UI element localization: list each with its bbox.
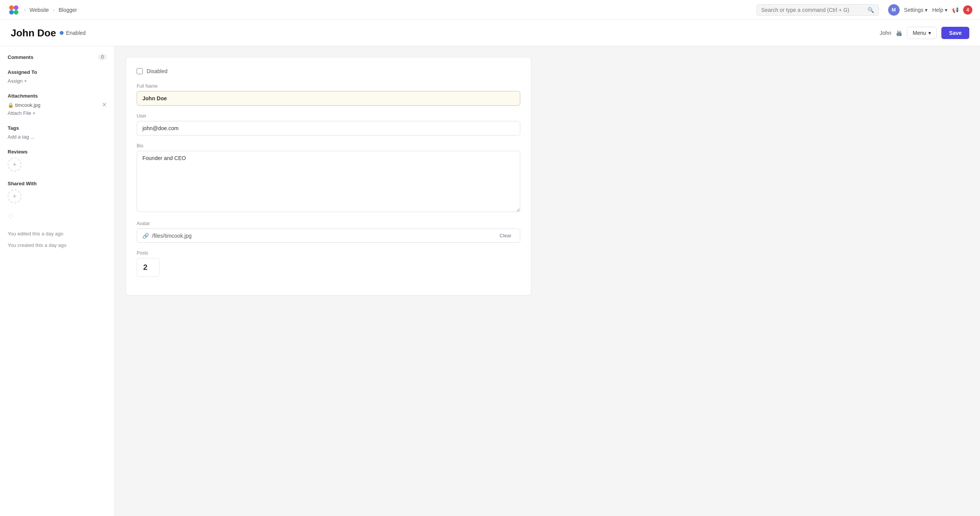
add-review-button[interactable]: +: [8, 158, 21, 171]
bio-field: Bio Founder and CEO: [137, 143, 520, 213]
settings-button[interactable]: Settings ▾: [904, 7, 928, 13]
svg-point-3: [14, 10, 18, 15]
search-input[interactable]: [761, 7, 864, 13]
sidebar-assigned-section: Assigned To Assign +: [8, 69, 107, 84]
full-name-input[interactable]: [137, 91, 520, 106]
sidebar-tags-section: Tags Add a tag ...: [8, 125, 107, 140]
svg-point-2: [9, 10, 14, 15]
page-header: John Doe Enabled John 🖨️ Menu ▾ Save: [0, 20, 980, 46]
disabled-checkbox[interactable]: [137, 68, 143, 74]
user-label: User: [137, 113, 520, 119]
remove-attachment-icon[interactable]: ✕: [102, 102, 107, 108]
status-dot: [60, 31, 64, 35]
sidebar-reviews-section: Reviews +: [8, 149, 107, 171]
bio-textarea[interactable]: Founder and CEO: [137, 151, 520, 212]
tags-label: Tags: [8, 125, 19, 131]
sidebar-activity-section: You edited this a day ago You created th…: [8, 230, 107, 249]
breadcrumb-sep-2: ›: [53, 7, 55, 13]
add-shared-button[interactable]: +: [8, 189, 21, 203]
chevron-down-icon: ▾: [928, 30, 931, 36]
reviews-label: Reviews: [8, 149, 28, 155]
svg-point-0: [9, 5, 14, 10]
user-input[interactable]: [137, 121, 520, 136]
megaphone-icon: 📢: [952, 7, 959, 13]
breadcrumb-website[interactable]: Website: [29, 7, 49, 13]
content-area: Disabled Full Name User Bio Founder and …: [115, 46, 980, 516]
print-icon[interactable]: 🖨️: [896, 30, 902, 36]
avatar-field: Avatar 🔗 /files/timcook.jpg Clear: [137, 221, 520, 243]
comments-count: 0: [98, 54, 107, 60]
attachment-name: 🔒 timcook.jpg: [8, 102, 40, 108]
activity-edited: You edited this a day ago: [8, 230, 107, 238]
attach-file-link[interactable]: Attach File +: [8, 110, 107, 116]
add-tag-link[interactable]: Add a tag ...: [8, 134, 107, 140]
search-bar[interactable]: 🔍: [756, 4, 879, 16]
posts-field: Posts 2: [137, 250, 520, 277]
posts-label: Posts: [137, 250, 520, 256]
status-label: Enabled: [66, 30, 85, 36]
search-icon: 🔍: [867, 7, 874, 13]
svg-point-1: [14, 5, 18, 10]
posts-count: 2: [137, 258, 160, 277]
main-layout: Comments 0 Assigned To Assign + Attachme…: [0, 46, 980, 516]
save-button[interactable]: Save: [941, 27, 969, 39]
breadcrumb-blogger[interactable]: Blogger: [59, 7, 77, 13]
sidebar-shared-section: Shared With +: [8, 181, 107, 203]
sidebar-attachments-section: Attachments 🔒 timcook.jpg ✕ Attach File …: [8, 93, 107, 116]
full-name-label: Full Name: [137, 83, 520, 89]
full-name-field: Full Name: [137, 83, 520, 106]
assigned-to-label: Assigned To: [8, 69, 37, 75]
page-actions: John 🖨️ Menu ▾ Save: [880, 27, 969, 39]
top-nav: › Website › Blogger 🔍 M Settings ▾ Help …: [0, 0, 980, 20]
avatar-label: Avatar: [137, 221, 520, 226]
help-button[interactable]: Help ▾: [932, 7, 947, 13]
breadcrumb-sep-1: ›: [24, 7, 26, 13]
attachments-label: Attachments: [8, 93, 38, 99]
shared-with-label: Shared With: [8, 181, 37, 186]
nav-right: M Settings ▾ Help ▾ 📢 4: [888, 4, 972, 16]
chevron-down-icon: ▾: [925, 7, 928, 13]
bio-label: Bio: [137, 143, 520, 149]
status-badge: Enabled: [60, 30, 85, 36]
chevron-down-icon: ▾: [945, 7, 947, 13]
activity-created: You created this a day ago: [8, 242, 107, 249]
disabled-field: Disabled: [137, 68, 520, 74]
clear-avatar-button[interactable]: Clear: [497, 232, 514, 239]
disabled-label: Disabled: [147, 68, 167, 74]
avatar-path: 🔗 /files/timcook.jpg: [142, 233, 493, 239]
avatar[interactable]: M: [888, 4, 900, 16]
user-field: User: [137, 113, 520, 136]
notification-badge[interactable]: 4: [963, 5, 972, 15]
user-label: John: [880, 30, 891, 36]
sidebar-like-section: ♡: [8, 212, 107, 221]
page-title-area: John Doe Enabled: [11, 27, 86, 39]
page-title: John Doe: [11, 27, 56, 39]
avatar-input-area: 🔗 /files/timcook.jpg Clear: [137, 229, 520, 243]
logo: [8, 4, 20, 16]
attachment-item: 🔒 timcook.jpg ✕: [8, 102, 107, 108]
comments-label: Comments: [8, 54, 33, 60]
sidebar: Comments 0 Assigned To Assign + Attachme…: [0, 46, 115, 516]
form-card: Disabled Full Name User Bio Founder and …: [126, 57, 531, 296]
heart-icon[interactable]: ♡: [8, 213, 14, 220]
menu-button[interactable]: Menu ▾: [907, 27, 937, 39]
megaphone-button[interactable]: 📢: [952, 7, 959, 13]
assign-link[interactable]: Assign +: [8, 78, 107, 84]
sidebar-comments-section: Comments 0: [8, 54, 107, 60]
link-icon: 🔗: [142, 233, 149, 239]
